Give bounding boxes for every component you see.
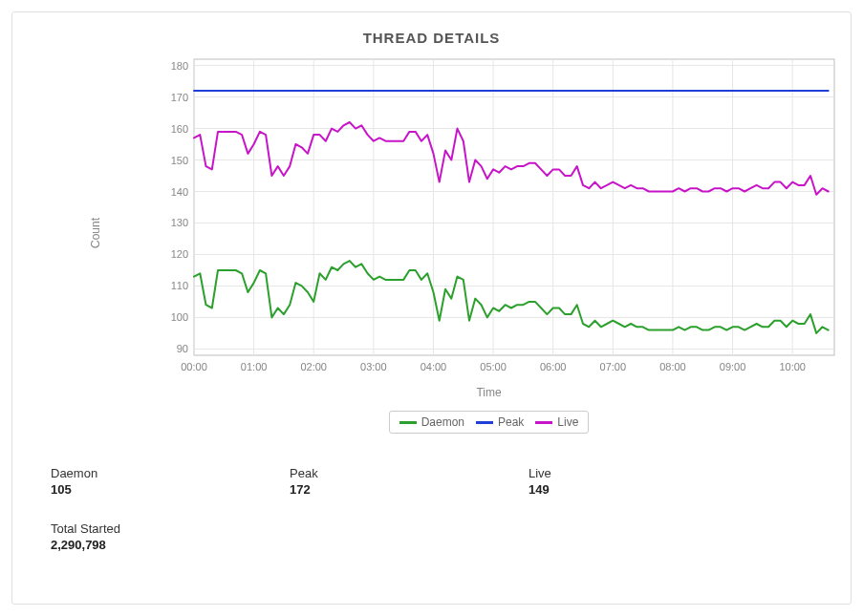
- svg-rect-0: [194, 59, 834, 355]
- chart-area: Count 9010011012013014015016017018000:00…: [156, 50, 822, 434]
- legend-item-peak: Peak: [476, 415, 524, 429]
- stats-grid: Daemon 105 Peak 172 Live 149 Total Start…: [51, 466, 831, 552]
- stat-peak-value: 172: [290, 482, 529, 497]
- svg-text:150: 150: [171, 155, 188, 166]
- stat-live-label: Live: [529, 466, 767, 480]
- legend-label-daemon: Daemon: [421, 415, 464, 429]
- legend-item-live: Live: [535, 415, 578, 429]
- line-chart: 9010011012013014015016017018000:0001:000…: [156, 50, 844, 384]
- legend-swatch-live: [535, 421, 552, 424]
- svg-text:140: 140: [171, 186, 188, 198]
- y-axis-label: Count: [89, 218, 102, 248]
- stat-live: Live 149: [529, 466, 767, 497]
- stat-total-started: Total Started 2,290,798: [51, 521, 290, 552]
- svg-text:110: 110: [171, 280, 188, 291]
- svg-text:08:00: 08:00: [659, 361, 686, 372]
- stat-total-value: 2,290,798: [51, 538, 290, 552]
- legend-swatch-peak: [476, 421, 493, 424]
- svg-text:120: 120: [171, 248, 188, 260]
- stat-peak: Peak 172: [290, 466, 529, 497]
- svg-text:04:00: 04:00: [421, 361, 447, 372]
- legend-swatch-daemon: [399, 421, 417, 424]
- thread-details-panel: THREAD DETAILS Count 9010011012013014015…: [11, 11, 852, 605]
- svg-text:01:00: 01:00: [241, 361, 268, 372]
- legend: Daemon Peak Live: [389, 411, 590, 434]
- stat-daemon-value: 105: [51, 482, 290, 497]
- svg-text:100: 100: [171, 311, 188, 323]
- svg-text:170: 170: [171, 92, 188, 103]
- svg-text:130: 130: [171, 217, 188, 228]
- x-axis-label: Time: [156, 386, 822, 399]
- svg-text:02:00: 02:00: [300, 361, 327, 372]
- legend-label-peak: Peak: [498, 415, 524, 429]
- stat-daemon-label: Daemon: [51, 466, 290, 480]
- stat-live-value: 149: [529, 482, 767, 497]
- stat-daemon: Daemon 105: [51, 466, 290, 497]
- svg-text:00:00: 00:00: [181, 361, 207, 372]
- svg-text:09:00: 09:00: [720, 361, 746, 372]
- svg-text:03:00: 03:00: [360, 361, 387, 372]
- svg-text:160: 160: [171, 123, 188, 135]
- svg-text:10:00: 10:00: [779, 361, 806, 372]
- stat-peak-label: Peak: [290, 466, 529, 480]
- svg-text:07:00: 07:00: [600, 361, 627, 372]
- svg-text:06:00: 06:00: [540, 361, 567, 372]
- stat-total-label: Total Started: [51, 521, 290, 536]
- svg-text:90: 90: [177, 343, 188, 354]
- svg-text:05:00: 05:00: [480, 361, 507, 372]
- legend-item-daemon: Daemon: [399, 415, 464, 429]
- legend-label-live: Live: [557, 415, 578, 429]
- chart-title: THREAD DETAILS: [32, 30, 831, 46]
- svg-text:180: 180: [171, 60, 188, 72]
